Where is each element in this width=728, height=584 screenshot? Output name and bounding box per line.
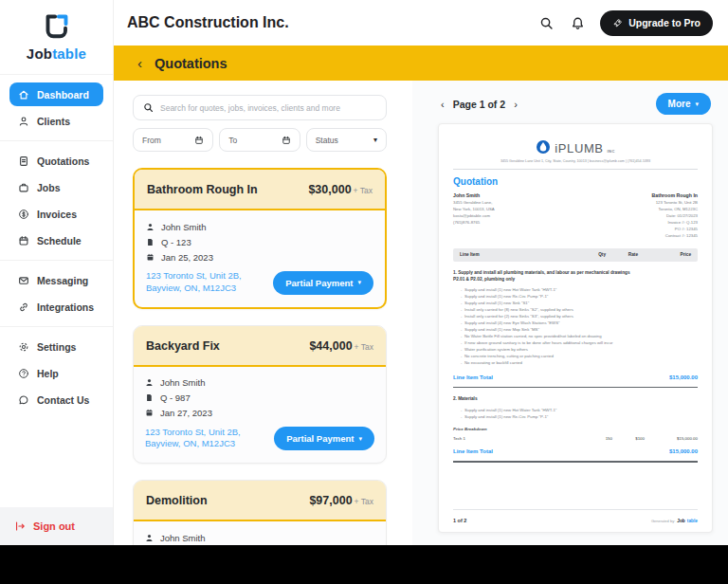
doc-company-name: iPLUMB xyxy=(555,142,603,155)
from-date-filter[interactable]: From xyxy=(133,128,213,152)
sidebar-item-invoices[interactable]: Invoices xyxy=(9,202,103,226)
help-icon xyxy=(18,368,29,379)
quote-title: Backyard Fix xyxy=(146,339,220,353)
doc-to-lines: 123 Toronto St, Unit 2BToronto, ON, M12J… xyxy=(652,200,698,239)
sidebar-item-settings[interactable]: Settings xyxy=(9,335,103,358)
document-icon xyxy=(18,155,29,167)
page-banner: ‹ Quotations xyxy=(114,46,728,81)
chevron-left-icon[interactable]: ‹ xyxy=(441,99,445,110)
quote-card-body: John Smith Q - 123 xyxy=(134,521,386,545)
doc-from-name: John Smith xyxy=(453,192,495,199)
partial-payment-button[interactable]: Partial Payment▾ xyxy=(274,427,374,450)
back-chevron-icon[interactable]: ‹ xyxy=(137,55,142,71)
quote-card-bathroom-rough-in[interactable]: Bathroom Rough In $30,000+ Tax John Smit… xyxy=(133,168,387,309)
quote-number-row: Q - 123 xyxy=(146,234,373,249)
sidebar-item-jobs[interactable]: Jobs xyxy=(9,175,103,199)
notifications-button[interactable] xyxy=(571,16,585,30)
water-drop-icon xyxy=(536,139,551,155)
more-button[interactable]: More▾ xyxy=(656,93,711,115)
doc-from-line: 3455 Geraldine Lane, xyxy=(453,200,495,207)
sidebar-item-label: Contact Us xyxy=(37,394,89,406)
price-breakdown-label: Price Breakdown xyxy=(453,427,698,431)
mail-icon xyxy=(18,275,29,286)
main-content: From To Status ▾ Bathroom Rough In $30,0… xyxy=(114,81,728,545)
brand-name: Jobtable xyxy=(27,46,86,62)
upgrade-label: Upgrade to Pro xyxy=(628,17,701,28)
home-icon xyxy=(18,89,29,100)
partial-payment-button[interactable]: Partial Payment▾ xyxy=(273,271,373,295)
pager-label: Page 1 of 2 xyxy=(453,99,505,110)
sidebar-item-dashboard[interactable]: Dashboard xyxy=(9,82,103,106)
doc-bullet: Supply and install (1) new Hot Water Tan… xyxy=(461,287,650,293)
brand-primary: Job xyxy=(677,519,685,523)
sidebar-item-label: Help xyxy=(37,368,59,379)
doc-table-header: Line Item Qty Rate Price xyxy=(453,248,698,262)
doc-section-heading: 2. Materials xyxy=(453,395,638,402)
sign-out-button[interactable]: Sign out xyxy=(0,507,113,545)
top-header: ABC Construction Inc. Upgrade to Pro xyxy=(114,0,728,46)
doc-section-1: 1. Supply and install all plumbing mater… xyxy=(453,269,698,389)
quote-client: John Smith xyxy=(161,222,207,232)
sidebar-item-schedule[interactable]: Schedule xyxy=(9,228,103,252)
doc-section-2: 2. Materials Supply and install (1) new … xyxy=(453,395,698,462)
sidebar-nav: Dashboard Clients Quotations Jobs Invoic… xyxy=(0,75,113,411)
doc-bullet: Water purification system by others xyxy=(461,347,650,353)
quote-date-row: Jan 25, 2023 xyxy=(146,249,373,265)
breakdown-item: Tech 1 xyxy=(453,436,588,441)
quote-tax: + Tax xyxy=(355,497,373,506)
quote-date-row: Jan 27, 2023 xyxy=(145,406,374,421)
col-qty: Qty xyxy=(585,252,606,257)
sidebar-item-label: Clients xyxy=(37,116,70,127)
page-pager: ‹ Page 1 of 2 › xyxy=(441,99,518,110)
chevron-right-icon[interactable]: › xyxy=(514,99,518,110)
sidebar-divider xyxy=(0,326,113,327)
quote-client-row: John Smith xyxy=(145,530,374,545)
sidebar-item-label: Invoices xyxy=(37,209,77,220)
chevron-down-icon: ▾ xyxy=(358,435,362,443)
line-item-total-label: Line Item Total xyxy=(453,374,493,380)
doc-bullet: No concrete trenching, cutting or patchi… xyxy=(461,354,650,359)
breakdown-qty: 150 xyxy=(592,436,612,441)
upgrade-to-pro-button[interactable]: Upgrade to Pro xyxy=(600,10,713,36)
doc-bullet: Supply and install (1) new Re-Circ Pump … xyxy=(461,294,650,300)
doc-bullet: No Water Bottle Fill station carried, no… xyxy=(461,334,650,339)
sidebar-item-integrations[interactable]: Integrations xyxy=(9,295,103,319)
status-filter[interactable]: Status ▾ xyxy=(306,128,387,152)
doc-divider xyxy=(453,387,698,389)
quote-number: Q - 123 xyxy=(161,237,191,247)
sidebar-item-label: Jobs xyxy=(37,182,61,193)
quote-card-header: Backyard Fix $44,000+ Tax xyxy=(134,326,386,367)
quotes-column: From To Status ▾ Bathroom Rough In $30,0… xyxy=(133,95,387,545)
sidebar-item-contact-us[interactable]: Contact Us xyxy=(9,388,103,411)
quote-title: Demolition xyxy=(146,494,208,507)
quote-card-backyard-fix[interactable]: Backyard Fix $44,000+ Tax John Smith Q -… xyxy=(133,325,387,465)
sidebar-item-messaging[interactable]: Messaging xyxy=(9,268,103,292)
calendar-icon xyxy=(145,409,154,417)
quote-address-link[interactable]: 123 Toronto St, Unit 2B,Bayview, ON, M12… xyxy=(145,427,287,451)
quote-card-body: John Smith Q - 123 Jan 25, 2023 123 Toro… xyxy=(135,210,385,307)
sidebar-item-help[interactable]: Help xyxy=(9,361,103,385)
search-button[interactable] xyxy=(539,16,554,30)
chevron-down-icon: ▾ xyxy=(373,136,377,144)
doc-bullet: Supply and install (4) new Eye Wash Stat… xyxy=(461,320,650,326)
sidebar-item-label: Dashboard xyxy=(37,89,89,100)
sidebar-item-label: Integrations xyxy=(37,301,94,313)
quote-client-row: John Smith xyxy=(145,375,374,391)
person-icon xyxy=(146,223,155,231)
doc-company-suffix: INC xyxy=(608,149,615,154)
file-icon xyxy=(145,393,154,402)
to-date-filter[interactable]: To xyxy=(219,128,300,152)
sidebar: Jobtable Dashboard Clients Quotations Jo… xyxy=(0,0,114,545)
bell-icon xyxy=(571,16,585,30)
sidebar-item-clients[interactable]: Clients xyxy=(9,109,103,133)
search-input[interactable] xyxy=(160,103,376,113)
quote-address-link[interactable]: 123 Toronto St, Unit 2B,Bayview, ON, M12… xyxy=(146,270,288,295)
quote-number: Q - 987 xyxy=(160,392,191,403)
sidebar-item-quotations[interactable]: Quotations xyxy=(9,149,103,173)
quote-card-demolition[interactable]: Demolition $97,000+ Tax John Smith Q - 1… xyxy=(133,480,387,545)
sidebar-item-label: Settings xyxy=(37,341,76,353)
quote-date: Jan 27, 2023 xyxy=(160,408,212,418)
quote-amount: $30,000+ Tax xyxy=(308,183,373,196)
sidebar-divider xyxy=(0,260,113,261)
doc-bullet-list: Supply and install (1) new Hot Water Tan… xyxy=(453,287,698,367)
